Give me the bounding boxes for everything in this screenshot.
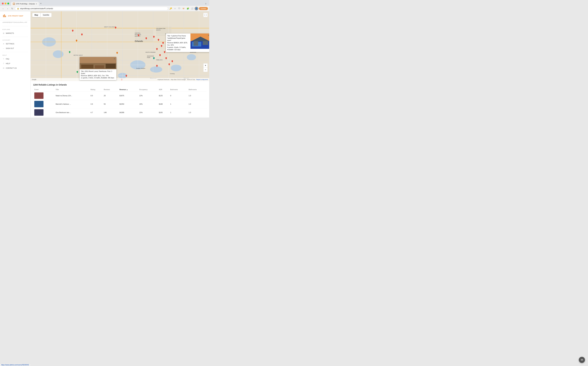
map-pin-13[interactable]	[165, 57, 167, 60]
map-pin-6[interactable]	[153, 36, 155, 38]
svg-rect-58	[81, 65, 93, 69]
sidebar-item-settings[interactable]: ✕ SETTINGS	[0, 41, 31, 46]
col-adr[interactable]: ADR	[158, 88, 169, 92]
map-button[interactable]: Map	[32, 13, 40, 17]
map-pin-orange-3[interactable]	[116, 52, 118, 54]
map-pin-5[interactable]	[146, 37, 147, 40]
map-pin-10[interactable]	[156, 48, 158, 51]
zoom-out-button[interactable]: −	[203, 68, 208, 72]
listings-area: 1284 Reliable Listings in Orlando Cover …	[31, 81, 209, 117]
map-pin-red-bottom2[interactable]	[125, 75, 127, 77]
map-attribution: Keyboard shortcuts Map data ©2023 Google…	[158, 79, 208, 80]
map-data-text: Keyboard shortcuts	[158, 79, 170, 80]
listing-bedrooms: 0	[169, 92, 187, 100]
sidebar-item-signout[interactable]: ← SIGN OUT	[0, 46, 31, 51]
fullscreen-button[interactable]: ⛶	[203, 13, 208, 17]
map-pin-teal-2[interactable]	[153, 57, 155, 60]
sidebar-item-contact[interactable]: ✉ CONTACT US	[0, 66, 31, 70]
tab-favicon: 📊	[13, 3, 15, 5]
logo-icon	[2, 14, 7, 18]
address-bar[interactable]: 🔒 strprofitmap.com/admin/state/FL/orland…	[15, 7, 168, 10]
star-icon[interactable]: ☆	[173, 7, 177, 10]
settings-label: SETTINGS	[6, 43, 14, 45]
fullscreen-traffic-light[interactable]	[7, 3, 9, 4]
svg-rect-2	[5, 15, 6, 17]
map-pin-14[interactable]	[171, 60, 173, 63]
faq-label: FAQ	[6, 58, 9, 60]
map-pin-1[interactable]	[72, 30, 74, 32]
markets-icon: ⊞	[2, 32, 5, 34]
map-footer: Google Keyboard shortcuts Map data ©2023…	[31, 78, 209, 81]
shield-icon[interactable]: 🛡	[178, 7, 181, 10]
map-pin-12[interactable]	[159, 54, 161, 57]
col-reviews[interactable]: Reviews	[103, 88, 118, 92]
col-revenue[interactable]: Revenue ▲	[118, 88, 138, 92]
map-pin-15[interactable]	[169, 63, 170, 66]
zoom-in-button[interactable]: +	[203, 63, 208, 68]
close-traffic-light[interactable]	[2, 3, 4, 4]
refresh-button[interactable]: ↻	[10, 7, 14, 10]
svg-point-8	[171, 65, 181, 71]
map-pin-green-1[interactable]	[69, 51, 70, 54]
popup-close-left[interactable]: ✕	[114, 58, 116, 60]
user-email: ADMINER@OPTIONSJOURNAL.APP	[0, 21, 31, 25]
window-controls[interactable]: ∨	[204, 1, 207, 6]
map-view-controls: Map Satellite	[32, 13, 52, 17]
user-avatar[interactable]: 👤	[195, 7, 198, 10]
popup-close-right[interactable]: ✕	[208, 34, 209, 37]
tab-close-button[interactable]: ✕	[36, 3, 37, 5]
listing-cover-cell	[33, 108, 54, 117]
sidebar-item-help[interactable]: ? HELP	[0, 61, 31, 66]
col-bathrooms[interactable]: Bathrooms	[187, 88, 207, 92]
satellite-button[interactable]: Satellite	[40, 13, 52, 17]
map-pin-9[interactable]	[161, 45, 162, 48]
col-title[interactable]: Title	[54, 88, 89, 92]
cover-placeholder	[34, 109, 44, 116]
section-label-account: ACCOUNT	[0, 38, 31, 41]
bookmark-icon[interactable]: 🔑	[169, 7, 173, 10]
map-pin-8[interactable]	[162, 42, 164, 45]
cast-icon[interactable]: ⬜	[190, 7, 194, 10]
listing-revenue: $4288	[118, 108, 138, 117]
table-row[interactable]: Natal na Disney (Orl...0.020$187512%$125…	[33, 92, 207, 100]
terms-link[interactable]: Terms of Use	[187, 79, 195, 80]
listing-adr: $125	[158, 92, 169, 100]
listings-title: 1284 Reliable Listings in Orlando	[33, 84, 207, 86]
table-row[interactable]: One Bedroom two ...4.7148$428815%$16511.…	[33, 108, 207, 117]
map-pin-green-2[interactable]	[77, 71, 78, 74]
map-pin-7[interactable]	[158, 39, 159, 41]
map-pin-11[interactable]	[164, 51, 165, 54]
svg-text:SOUTH ORANGE: SOUTH ORANGE	[146, 52, 155, 53]
listing-title: Natal na Disney (Orl...	[54, 92, 89, 100]
active-tab[interactable]: 📊 STR Profit Map - Orlando ✕	[11, 2, 39, 6]
map-popup-left: ✕ Title: (20U) Resort Luxury Townhouse. …	[80, 57, 116, 80]
listing-title: One Bedroom two ...	[54, 108, 89, 117]
logo-text: STR PROFIT MAP	[8, 15, 23, 17]
puzzle-icon[interactable]: 🧩	[186, 7, 190, 10]
svg-text:Holden Heights: Holden Heights	[136, 68, 145, 69]
listing-bathrooms: 1.0	[187, 92, 207, 100]
new-tab-button[interactable]: +	[39, 1, 43, 6]
map-pin-orange-2[interactable]	[76, 40, 77, 42]
table-row[interactable]: Marriott's Harbour ...4.955$225018%$1881…	[33, 100, 207, 108]
faq-icon: ?	[2, 58, 5, 60]
update-button[interactable]: Update	[199, 7, 208, 10]
sidebar-item-markets[interactable]: ⊞ MARKETS	[0, 31, 31, 36]
col-bedrooms[interactable]: Bedrooms	[169, 88, 187, 92]
report-link[interactable]: Report a map error	[196, 79, 208, 80]
extension-icon[interactable]: M	[182, 7, 186, 10]
sidebar-item-faq[interactable]: ? FAQ	[0, 57, 31, 61]
minimize-traffic-light[interactable]	[5, 3, 7, 4]
svg-text:PARK: PARK	[147, 57, 150, 58]
map-pin-4[interactable]	[138, 34, 139, 37]
map-popup-right: Title: *Lakefront Pool Home *paddleboard…	[166, 33, 209, 52]
map-pin-red-extra[interactable]	[156, 65, 158, 68]
back-button[interactable]: ‹	[1, 7, 5, 10]
map-pin-2[interactable]	[81, 33, 83, 36]
popup-title-right: Title: *Lakefront Pool Home *paddleboard…	[167, 35, 189, 42]
col-rating[interactable]: Rating	[89, 88, 102, 92]
svg-text:WEST COLONIAL: WEST COLONIAL	[104, 26, 116, 28]
forward-button[interactable]: ›	[6, 7, 9, 10]
col-occupancy[interactable]: Occupancy	[138, 88, 158, 92]
map-pin-3[interactable]	[115, 27, 116, 29]
